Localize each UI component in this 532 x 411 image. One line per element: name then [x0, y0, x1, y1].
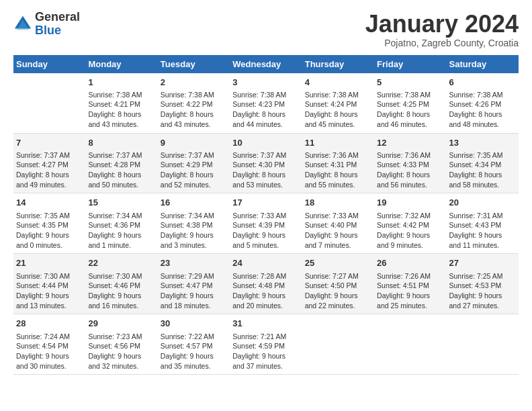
- calendar-cell: 26Sunrise: 7:26 AM Sunset: 4:51 PM Dayli…: [374, 254, 446, 314]
- day-info: Sunrise: 7:24 AM Sunset: 4:54 PM Dayligh…: [16, 332, 83, 371]
- calendar-cell: 19Sunrise: 7:32 AM Sunset: 4:42 PM Dayli…: [374, 193, 446, 254]
- calendar-cell: 20Sunrise: 7:31 AM Sunset: 4:43 PM Dayli…: [447, 193, 519, 254]
- day-info: Sunrise: 7:38 AM Sunset: 4:22 PM Dayligh…: [161, 90, 227, 130]
- calendar-cell: 12Sunrise: 7:36 AM Sunset: 4:33 PM Dayli…: [374, 133, 446, 193]
- calendar-cell: 28Sunrise: 7:24 AM Sunset: 4:54 PM Dayli…: [13, 314, 85, 375]
- weekday-header-saturday: Saturday: [447, 55, 519, 73]
- day-number: 27: [449, 257, 516, 269]
- weekday-header-friday: Friday: [374, 55, 446, 73]
- day-info: Sunrise: 7:30 AM Sunset: 4:44 PM Dayligh…: [16, 271, 83, 311]
- logo-text: General Blue: [35, 11, 80, 38]
- week-row-2: 14Sunrise: 7:35 AM Sunset: 4:35 PM Dayli…: [13, 193, 519, 254]
- location-subtitle: Pojatno, Zagreb County, Croatia: [365, 38, 519, 48]
- day-info: Sunrise: 7:38 AM Sunset: 4:23 PM Dayligh…: [232, 90, 299, 130]
- day-info: Sunrise: 7:32 AM Sunset: 4:42 PM Dayligh…: [377, 211, 443, 250]
- day-number: 7: [16, 137, 83, 149]
- day-info: Sunrise: 7:26 AM Sunset: 4:51 PM Dayligh…: [377, 271, 443, 311]
- weekday-header-tuesday: Tuesday: [158, 55, 230, 73]
- calendar-cell: [447, 314, 519, 375]
- day-number: 30: [161, 318, 227, 330]
- calendar-cell: 3Sunrise: 7:38 AM Sunset: 4:23 PM Daylig…: [230, 73, 302, 133]
- calendar-cell: 27Sunrise: 7:25 AM Sunset: 4:53 PM Dayli…: [447, 254, 519, 314]
- week-row-1: 7Sunrise: 7:37 AM Sunset: 4:27 PM Daylig…: [13, 133, 519, 193]
- calendar-cell: 31Sunrise: 7:21 AM Sunset: 4:59 PM Dayli…: [230, 314, 302, 375]
- day-number: 21: [16, 257, 83, 269]
- day-info: Sunrise: 7:37 AM Sunset: 4:29 PM Dayligh…: [161, 150, 227, 190]
- day-info: Sunrise: 7:36 AM Sunset: 4:33 PM Dayligh…: [377, 150, 443, 190]
- title-block: January 2024 Pojatno, Zagreb County, Cro…: [365, 11, 519, 48]
- calendar-cell: 2Sunrise: 7:38 AM Sunset: 4:22 PM Daylig…: [158, 73, 230, 133]
- week-row-4: 28Sunrise: 7:24 AM Sunset: 4:54 PM Dayli…: [13, 314, 519, 375]
- day-info: Sunrise: 7:38 AM Sunset: 4:26 PM Dayligh…: [449, 90, 516, 130]
- calendar-cell: 7Sunrise: 7:37 AM Sunset: 4:27 PM Daylig…: [13, 133, 85, 193]
- day-number: 12: [377, 137, 443, 149]
- weekday-header-row: SundayMondayTuesdayWednesdayThursdayFrid…: [13, 55, 519, 73]
- day-info: Sunrise: 7:38 AM Sunset: 4:21 PM Dayligh…: [88, 90, 154, 130]
- calendar-cell: 11Sunrise: 7:36 AM Sunset: 4:31 PM Dayli…: [302, 133, 374, 193]
- day-number: 18: [305, 197, 371, 209]
- day-info: Sunrise: 7:23 AM Sunset: 4:56 PM Dayligh…: [88, 332, 154, 371]
- calendar-cell: 6Sunrise: 7:38 AM Sunset: 4:26 PM Daylig…: [447, 73, 519, 133]
- day-number: 25: [305, 257, 371, 269]
- calendar-cell: [302, 314, 374, 375]
- logo: General Blue: [13, 11, 80, 38]
- day-info: Sunrise: 7:38 AM Sunset: 4:24 PM Dayligh…: [305, 90, 371, 130]
- calendar-header: SundayMondayTuesdayWednesdayThursdayFrid…: [13, 55, 519, 73]
- calendar-cell: 22Sunrise: 7:30 AM Sunset: 4:46 PM Dayli…: [85, 254, 157, 314]
- day-info: Sunrise: 7:37 AM Sunset: 4:30 PM Dayligh…: [232, 150, 299, 190]
- day-number: 16: [161, 197, 227, 209]
- day-number: 20: [449, 197, 516, 209]
- calendar-cell: 8Sunrise: 7:37 AM Sunset: 4:28 PM Daylig…: [85, 133, 157, 193]
- calendar-cell: [13, 73, 85, 133]
- day-info: Sunrise: 7:34 AM Sunset: 4:36 PM Dayligh…: [88, 211, 154, 250]
- calendar-cell: 30Sunrise: 7:22 AM Sunset: 4:57 PM Dayli…: [158, 314, 230, 375]
- day-info: Sunrise: 7:31 AM Sunset: 4:43 PM Dayligh…: [449, 211, 516, 250]
- logo-icon: [13, 15, 32, 34]
- day-info: Sunrise: 7:29 AM Sunset: 4:47 PM Dayligh…: [161, 271, 227, 311]
- week-row-0: 1Sunrise: 7:38 AM Sunset: 4:21 PM Daylig…: [13, 73, 519, 133]
- day-number: 3: [232, 77, 299, 89]
- weekday-header-sunday: Sunday: [13, 55, 85, 73]
- day-info: Sunrise: 7:22 AM Sunset: 4:57 PM Dayligh…: [161, 332, 227, 371]
- calendar-table: SundayMondayTuesdayWednesdayThursdayFrid…: [13, 55, 519, 375]
- day-number: 28: [16, 318, 83, 330]
- calendar-cell: 5Sunrise: 7:38 AM Sunset: 4:25 PM Daylig…: [374, 73, 446, 133]
- calendar-cell: 13Sunrise: 7:35 AM Sunset: 4:34 PM Dayli…: [447, 133, 519, 193]
- day-info: Sunrise: 7:38 AM Sunset: 4:25 PM Dayligh…: [377, 90, 443, 130]
- day-number: 19: [377, 197, 443, 209]
- week-row-3: 21Sunrise: 7:30 AM Sunset: 4:44 PM Dayli…: [13, 254, 519, 314]
- day-number: 5: [377, 77, 443, 89]
- calendar-cell: 21Sunrise: 7:30 AM Sunset: 4:44 PM Dayli…: [13, 254, 85, 314]
- day-number: 23: [161, 257, 227, 269]
- day-number: 9: [161, 137, 227, 149]
- day-number: 2: [161, 77, 227, 89]
- calendar-cell: 15Sunrise: 7:34 AM Sunset: 4:36 PM Dayli…: [85, 193, 157, 254]
- day-info: Sunrise: 7:35 AM Sunset: 4:34 PM Dayligh…: [449, 150, 516, 190]
- calendar-cell: 9Sunrise: 7:37 AM Sunset: 4:29 PM Daylig…: [158, 133, 230, 193]
- calendar-cell: 14Sunrise: 7:35 AM Sunset: 4:35 PM Dayli…: [13, 193, 85, 254]
- day-info: Sunrise: 7:27 AM Sunset: 4:50 PM Dayligh…: [305, 271, 371, 311]
- day-number: 11: [305, 137, 371, 149]
- day-info: Sunrise: 7:37 AM Sunset: 4:27 PM Dayligh…: [16, 150, 83, 190]
- day-number: 15: [88, 197, 154, 209]
- calendar-cell: 23Sunrise: 7:29 AM Sunset: 4:47 PM Dayli…: [158, 254, 230, 314]
- calendar-cell: [374, 314, 446, 375]
- day-number: 4: [305, 77, 371, 89]
- day-info: Sunrise: 7:37 AM Sunset: 4:28 PM Dayligh…: [88, 150, 154, 190]
- calendar-cell: 1Sunrise: 7:38 AM Sunset: 4:21 PM Daylig…: [85, 73, 157, 133]
- day-number: 10: [232, 137, 299, 149]
- day-info: Sunrise: 7:21 AM Sunset: 4:59 PM Dayligh…: [232, 332, 299, 371]
- day-info: Sunrise: 7:30 AM Sunset: 4:46 PM Dayligh…: [88, 271, 154, 311]
- calendar-cell: 24Sunrise: 7:28 AM Sunset: 4:48 PM Dayli…: [230, 254, 302, 314]
- day-number: 31: [232, 318, 299, 330]
- weekday-header-monday: Monday: [85, 55, 157, 73]
- day-number: 1: [88, 77, 154, 89]
- day-number: 22: [88, 257, 154, 269]
- weekday-header-thursday: Thursday: [302, 55, 374, 73]
- day-number: 14: [16, 197, 83, 209]
- month-title: January 2024: [365, 11, 519, 38]
- day-number: 24: [232, 257, 299, 269]
- day-info: Sunrise: 7:35 AM Sunset: 4:35 PM Dayligh…: [16, 211, 83, 250]
- day-number: 6: [449, 77, 516, 89]
- calendar-cell: 10Sunrise: 7:37 AM Sunset: 4:30 PM Dayli…: [230, 133, 302, 193]
